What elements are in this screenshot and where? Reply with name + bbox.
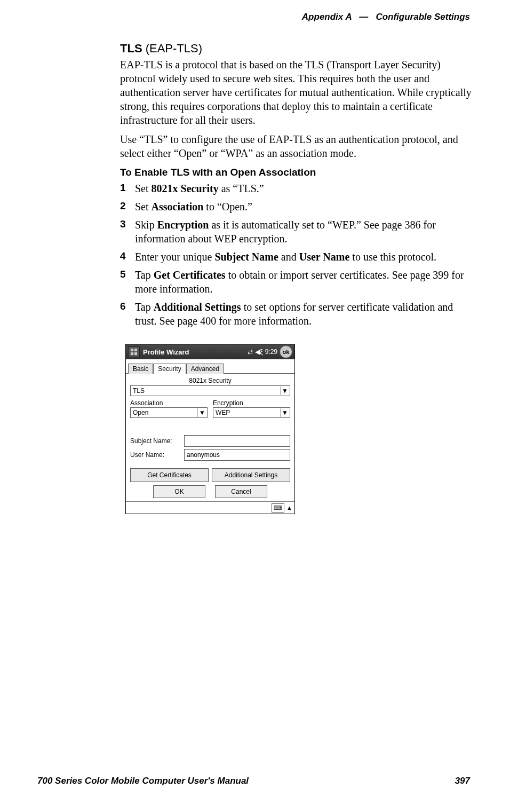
- user-name-label: User Name:: [130, 451, 181, 459]
- security-panel: 8021x Security ▼ Association ▼ Encryptio…: [126, 374, 294, 498]
- security-dropdown-value[interactable]: [130, 385, 290, 396]
- association-label: Association: [130, 399, 208, 407]
- tab-strip: Basic Security Advanced: [126, 359, 294, 374]
- additional-settings-button[interactable]: Additional Settings: [212, 468, 290, 482]
- footer-page-number: 397: [455, 776, 470, 786]
- user-name-input[interactable]: [184, 449, 290, 461]
- section-heading-bold: TLS: [120, 42, 142, 55]
- device-tray: ⇄ ◀ξ 9:29 ok: [248, 345, 292, 358]
- step-4: Enter your unique Subject Name and User …: [120, 250, 472, 264]
- encryption-value[interactable]: [213, 407, 290, 418]
- sip-up-icon[interactable]: ▲: [286, 504, 292, 511]
- ok-button[interactable]: OK: [153, 485, 205, 498]
- header-appendix: Appendix A: [302, 12, 352, 22]
- association-dropdown[interactable]: ▼: [130, 407, 208, 418]
- encryption-dropdown[interactable]: ▼: [213, 407, 290, 418]
- svg-rect-1: [134, 349, 137, 351]
- section-para-1: EAP-TLS is a protocol that is based on t…: [120, 58, 472, 127]
- steps-list: Set 8021x Security as “TLS.” Set Associa…: [120, 182, 472, 328]
- subject-name-input[interactable]: [184, 435, 290, 447]
- svg-rect-0: [131, 349, 133, 351]
- subject-name-label: Subject Name:: [130, 437, 181, 445]
- connectivity-icon[interactable]: ⇄: [248, 348, 253, 356]
- svg-rect-2: [131, 352, 133, 355]
- cancel-button[interactable]: Cancel: [215, 485, 267, 498]
- svg-rect-3: [134, 352, 137, 355]
- device-titlebar: Profile Wizard ⇄ ◀ξ 9:29 ok: [126, 344, 294, 359]
- system-bar: ⌨ ▲: [126, 501, 294, 514]
- tab-security[interactable]: Security: [153, 364, 186, 374]
- windows-flag-icon[interactable]: [128, 346, 140, 357]
- step-2: Set Association to “Open.”: [120, 200, 472, 214]
- device-title: Profile Wizard: [143, 348, 244, 356]
- step-5: Tap Get Certificates to obtain or import…: [120, 268, 472, 296]
- tab-basic[interactable]: Basic: [128, 364, 153, 374]
- sub-heading: To Enable TLS with an Open Association: [120, 167, 472, 178]
- section-heading-rest: (EAP-TLS): [142, 42, 202, 55]
- section-heading: TLS (EAP-TLS): [120, 42, 472, 56]
- association-value[interactable]: [130, 407, 208, 418]
- step-3: Skip Encryption as it is automatically s…: [120, 218, 472, 246]
- encryption-label: Encryption: [213, 399, 290, 407]
- keyboard-icon[interactable]: ⌨: [272, 503, 284, 513]
- titlebar-ok-button[interactable]: ok: [280, 345, 292, 358]
- volume-icon[interactable]: ◀ξ: [255, 348, 262, 356]
- get-certificates-button[interactable]: Get Certificates: [130, 468, 209, 482]
- footer-manual-title: 700 Series Color Mobile Computer User's …: [37, 776, 249, 786]
- step-6: Tap Additional Settings to set options f…: [120, 300, 472, 328]
- security-dropdown[interactable]: ▼: [130, 385, 290, 396]
- running-header: Appendix A — Configurable Settings: [302, 12, 470, 22]
- section-para-2: Use “TLS” to configure the use of EAP-TL…: [120, 132, 472, 160]
- security-label: 8021x Security: [130, 377, 290, 384]
- clock[interactable]: 9:29: [265, 348, 277, 356]
- device-screenshot: Profile Wizard ⇄ ◀ξ 9:29 ok Basic Securi…: [125, 344, 295, 514]
- header-title: Configurable Settings: [376, 12, 470, 22]
- step-1: Set 8021x Security as “TLS.”: [120, 182, 472, 195]
- tab-advanced[interactable]: Advanced: [186, 364, 224, 374]
- header-sep: —: [359, 12, 368, 22]
